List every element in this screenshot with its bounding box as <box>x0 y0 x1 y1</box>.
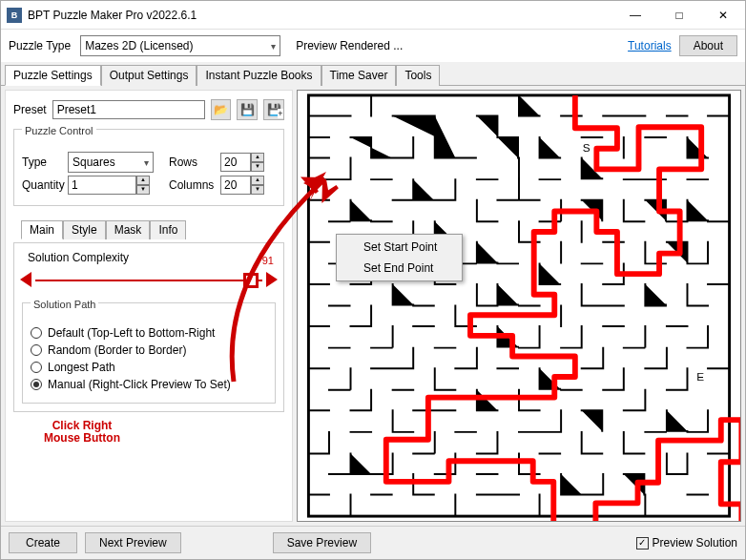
subtab-main[interactable]: Main <box>21 220 63 239</box>
type-combo[interactable]: Squares <box>68 152 154 173</box>
cols-label: Columns <box>169 178 215 192</box>
save-preview-button[interactable]: Save Preview <box>273 532 371 553</box>
tab-instant-books[interactable]: Instant Puzzle Books <box>197 65 321 86</box>
qty-up[interactable]: ▲ <box>136 176 150 185</box>
puzzle-control-legend: Puzzle Control <box>22 125 96 136</box>
tab-output-settings[interactable]: Output Settings <box>101 65 197 86</box>
start-marker: S <box>583 141 591 154</box>
about-button[interactable]: About <box>679 35 737 56</box>
path-option-manual[interactable]: Manual (Right-Click Preview To Set) <box>31 378 267 391</box>
subtab-info[interactable]: Info <box>150 220 186 239</box>
slider-thumb[interactable] <box>243 273 259 288</box>
cols-up[interactable]: ▲ <box>251 176 264 185</box>
path-option-default[interactable]: Default (Top-Left to Bottom-Right <box>31 326 267 340</box>
subtab-style[interactable]: Style <box>63 220 106 239</box>
type-label: Type <box>22 156 62 169</box>
about-label: About <box>694 39 723 52</box>
preview-solution-check[interactable]: ✓ Preview Solution <box>636 536 737 550</box>
rows-up[interactable]: ▲ <box>251 153 264 162</box>
left-panel: Preset 📂 💾 💾+ Puzzle Control Type Square… <box>5 90 293 522</box>
maximize-button[interactable]: □ <box>657 1 701 30</box>
solution-path-legend: Solution Path <box>31 299 98 310</box>
subtab-panel: Solution Complexity 91 Solution Path Def… <box>13 242 284 412</box>
bottom-bar: Create Next Preview Save Preview ✓ Previ… <box>1 526 745 559</box>
save-plus-icon: 💾+ <box>267 103 281 116</box>
slider-right-icon <box>266 272 278 287</box>
rows-down[interactable]: ▼ <box>251 162 264 172</box>
open-preset-button[interactable]: 📂 <box>211 99 232 120</box>
preview-status: Preview Rendered ... <box>296 39 403 52</box>
rows-label: Rows <box>169 156 215 169</box>
slider-left-icon <box>20 272 31 287</box>
complexity-slider[interactable]: 91 <box>24 268 274 295</box>
slider-track <box>35 280 262 281</box>
qty-label: Quantity <box>22 178 62 192</box>
tab-time-saver[interactable]: Time Saver <box>321 65 397 86</box>
radio-icon <box>31 362 42 373</box>
tab-tools[interactable]: Tools <box>396 65 440 86</box>
folder-icon: 📂 <box>214 103 228 116</box>
qty-down[interactable]: ▼ <box>136 185 150 195</box>
complexity-label: Solution Complexity <box>28 251 129 264</box>
qty-spinner[interactable]: ▲▼ <box>68 176 154 195</box>
title-bar: B BPT Puzzle Maker Pro v2022.6.1 — □ ✕ <box>1 1 745 30</box>
app-window: B BPT Puzzle Maker Pro v2022.6.1 — □ ✕ P… <box>0 0 746 560</box>
path-option-random[interactable]: Random (Border to Border) <box>31 343 267 357</box>
puzzle-control-group: Puzzle Control Type Squares Rows ▲▼ Quan… <box>13 129 284 206</box>
preset-row: Preset 📂 💾 💾+ <box>13 99 284 120</box>
annotation-text: Click Right Mouse Button <box>44 420 120 445</box>
minimize-button[interactable]: — <box>613 1 657 30</box>
top-row: Puzzle Type Mazes 2D (Licensed) Preview … <box>1 30 745 62</box>
tutorials-link[interactable]: Tutorials <box>628 39 672 52</box>
close-button[interactable]: ✕ <box>701 1 745 30</box>
subtab-mask[interactable]: Mask <box>106 220 151 239</box>
tab-puzzle-settings[interactable]: Puzzle Settings <box>5 65 101 86</box>
save-preset-button[interactable]: 💾 <box>237 99 258 120</box>
cols-down[interactable]: ▼ <box>251 185 264 195</box>
preview-panel[interactable]: S E Set Start Point Set End Point <box>297 90 741 522</box>
complexity-value: 91 <box>262 255 274 266</box>
end-marker: E <box>696 370 704 383</box>
ctx-set-end[interactable]: Set End Point <box>339 258 460 279</box>
next-preview-button[interactable]: Next Preview <box>85 532 181 553</box>
context-menu: Set Start Point Set End Point <box>336 234 463 281</box>
sub-tabs: Main Style Mask Info <box>21 218 284 239</box>
path-option-longest[interactable]: Longest Path <box>31 361 267 374</box>
puzzle-type-value: Mazes 2D (Licensed) <box>85 39 193 52</box>
save-as-preset-button[interactable]: 💾+ <box>263 99 284 120</box>
preset-input[interactable] <box>52 100 205 119</box>
rows-spinner[interactable]: ▲▼ <box>220 153 264 172</box>
create-button[interactable]: Create <box>9 532 77 553</box>
preset-label: Preset <box>13 103 47 116</box>
maze-preview: S E <box>298 91 740 521</box>
main-area: Preset 📂 💾 💾+ Puzzle Control Type Square… <box>1 86 745 526</box>
radio-icon <box>31 379 42 390</box>
window-title: BPT Puzzle Maker Pro v2022.6.1 <box>28 9 613 22</box>
checkbox-icon: ✓ <box>636 537 649 550</box>
cols-spinner[interactable]: ▲▼ <box>220 176 264 195</box>
radio-icon <box>31 327 42 339</box>
ctx-set-start[interactable]: Set Start Point <box>339 237 460 258</box>
puzzle-type-label: Puzzle Type <box>9 39 71 52</box>
app-icon: B <box>7 8 22 23</box>
main-tabs: Puzzle Settings Output Settings Instant … <box>1 62 745 86</box>
puzzle-type-combo[interactable]: Mazes 2D (Licensed) <box>80 35 280 56</box>
solution-path-group: Solution Path Default (Top-Left to Botto… <box>22 302 276 404</box>
radio-icon <box>31 344 42 356</box>
save-icon: 💾 <box>240 103 255 116</box>
